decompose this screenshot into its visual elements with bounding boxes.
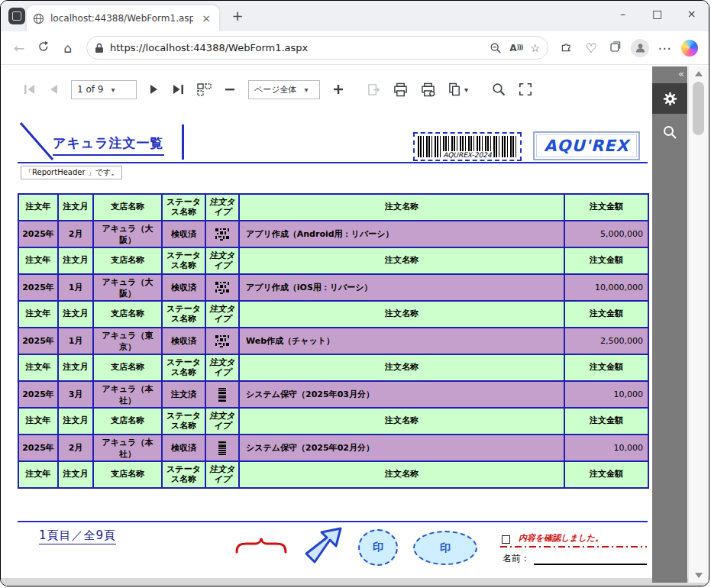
search-button[interactable] (492, 82, 506, 96)
table-header-row: 注文年注文月支店名称ステータス名称注文タイプ注文名称注文金額 (18, 301, 648, 328)
title-divider (182, 124, 184, 160)
scroll-up-arrow[interactable] (695, 71, 703, 76)
data-cell: 2025年 (18, 328, 58, 354)
window-controls: – □ × (606, 1, 709, 27)
header-cell: 注文金額 (564, 247, 648, 274)
copy-page-button[interactable]: ▾ (448, 82, 468, 96)
header-cell: ステータス名称 (162, 194, 205, 221)
header-cell: 注文タイプ (205, 354, 239, 381)
page-number-select[interactable]: 1 of 9 ▾ (71, 80, 137, 99)
read-aloud-icon[interactable]: A))) (509, 43, 522, 53)
toolbar-right-icons: ♡ ⋯ (554, 39, 703, 57)
zoom-in-button[interactable] (333, 84, 344, 95)
panel-search-button[interactable] (652, 117, 687, 147)
data-cell: 2025年 (18, 221, 58, 247)
header-cell: ステータス名称 (162, 461, 205, 488)
header-barcode: AQUREX-2024 (413, 132, 522, 161)
home-icon[interactable]: ⌂ (56, 40, 80, 56)
data-cell: 注文済 (162, 381, 205, 408)
data-cell: 2025年 (18, 381, 58, 408)
table-data-row: 2025年2月アキュラ（本社）検収済システム保守（2025年02月分）10,00… (18, 435, 648, 461)
header-cell: 注文月 (58, 194, 93, 221)
globe-favicon-icon (33, 13, 44, 24)
previous-page-button[interactable] (49, 84, 58, 95)
data-cell: 検収済 (162, 221, 205, 247)
header-cell: 注文金額 (564, 301, 648, 328)
header-cell: 注文年 (18, 247, 58, 274)
header-cell: 注文タイプ (205, 461, 239, 488)
fullscreen-button[interactable] (519, 82, 532, 96)
data-cell: 2月 (58, 435, 93, 461)
tab-title: localhost:44388/WebForm1.aspx (50, 13, 193, 24)
header-cell: 注文名称 (239, 247, 564, 274)
data-cell: 3月 (58, 381, 93, 408)
close-button[interactable]: × (674, 1, 709, 27)
report-header-note: 「ReportHeader 」です。 (21, 166, 122, 179)
header-cell: 注文金額 (564, 194, 648, 221)
confirm-dashed-line (500, 546, 647, 548)
first-page-button[interactable] (24, 84, 36, 95)
order-type-barcode-icon (205, 328, 239, 354)
header-cell: 注文名称 (239, 194, 564, 221)
refresh-icon[interactable] (31, 40, 56, 56)
header-cell: 注文金額 (564, 461, 648, 488)
chevron-down-icon: ▾ (464, 86, 468, 94)
multipage-view-button[interactable] (197, 83, 212, 96)
header-cell: 注文月 (58, 461, 93, 488)
url-text[interactable]: https://localhost:44388/WebForm1.aspx (110, 42, 482, 53)
browser-essentials-icon[interactable]: ♡ (579, 40, 603, 56)
print-button[interactable] (393, 82, 408, 97)
print-settings-button[interactable] (421, 82, 435, 97)
settings-gear-button[interactable] (652, 83, 687, 114)
search-icon (662, 124, 677, 140)
address-bar[interactable]: https://localhost:44388/WebForm1.aspx A)… (86, 36, 548, 60)
header-cell: 注文年 (18, 301, 58, 328)
data-cell: 2025年 (18, 274, 58, 301)
collections-icon[interactable] (603, 40, 628, 56)
tab-strip: localhost:44388/WebForm1.aspx × + – □ × (1, 1, 709, 31)
zoom-select[interactable]: ページ全体 ▾ (248, 80, 320, 99)
page-number-value: 1 of 9 (77, 84, 103, 95)
data-cell: 2,500,000 (564, 328, 648, 354)
extensions-icon[interactable] (554, 40, 579, 56)
logo-text: AQU'REX (544, 137, 629, 155)
zoom-out-page-icon[interactable] (490, 42, 502, 54)
header-cell: 注文月 (58, 247, 93, 274)
new-tab-button[interactable]: + (228, 7, 247, 25)
header-cell: 注文年 (18, 194, 58, 221)
browser-window: localhost:44388/WebForm1.aspx × + – □ × … (0, 0, 709, 586)
settings-menu-icon[interactable]: ⋯ (652, 40, 677, 56)
table-data-row: 2025年3月アキュラ（本社）注文済システム保守（2025年03月分）10,00… (18, 381, 648, 408)
workspaces-icon[interactable] (8, 8, 25, 24)
copilot-icon[interactable] (681, 40, 698, 57)
stamp-ellipse: 印 (413, 531, 477, 565)
vertical-scrollbar[interactable] (688, 66, 708, 583)
header-cell: ステータス名称 (162, 408, 205, 435)
stamp-label: 印 (373, 541, 383, 554)
panel-collapse-icon[interactable]: « (678, 68, 684, 79)
favorites-star-icon[interactable]: ☆ (530, 42, 540, 54)
header-cell: 注文名称 (239, 354, 564, 381)
header-cell: 注文年 (18, 408, 58, 435)
back-icon[interactable]: ← (7, 40, 31, 56)
name-underline (534, 564, 647, 565)
data-cell: 検収済 (162, 274, 205, 301)
data-cell: システム保守（2025年02月分） (239, 435, 564, 461)
last-page-button[interactable] (172, 84, 184, 95)
profile-avatar[interactable] (631, 39, 649, 57)
stamp-circle: 印 (358, 529, 398, 566)
header-cell: 注文名称 (239, 461, 564, 488)
browser-tab[interactable]: localhost:44388/WebForm1.aspx × (27, 5, 219, 31)
data-cell: アキュラ（大阪） (93, 221, 162, 247)
workspaces-icon-inner (12, 11, 21, 21)
maximize-button[interactable]: □ (640, 1, 674, 27)
header-cell: 注文金額 (564, 408, 648, 435)
tab-close-icon[interactable]: × (199, 12, 213, 24)
scroll-down-arrow[interactable] (695, 573, 703, 578)
export-button[interactable] (367, 83, 380, 96)
minimize-button[interactable]: – (606, 1, 640, 27)
zoom-out-button[interactable] (225, 84, 235, 95)
scroll-thumb[interactable] (693, 82, 704, 135)
header-cell: 注文タイプ (205, 247, 239, 274)
next-page-button[interactable] (150, 84, 159, 95)
